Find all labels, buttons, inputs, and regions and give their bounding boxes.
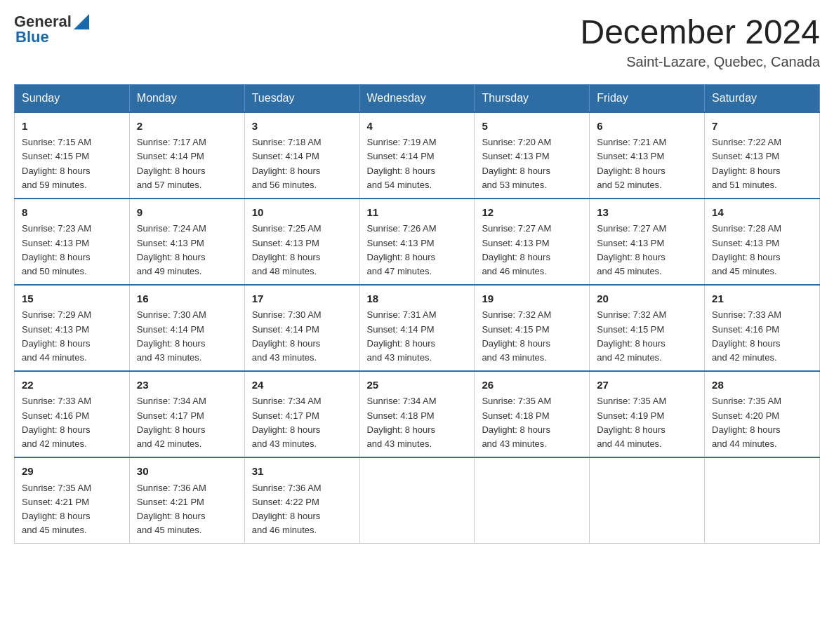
day-cell: 11 Sunrise: 7:26 AMSunset: 4:13 PMDaylig…	[359, 199, 475, 285]
day-number: 17	[252, 291, 352, 307]
day-cell: 16 Sunrise: 7:30 AMSunset: 4:14 PMDaylig…	[129, 285, 244, 371]
day-cell: 28 Sunrise: 7:35 AMSunset: 4:20 PMDaylig…	[705, 371, 820, 457]
header-sunday: Sunday	[15, 84, 130, 112]
day-cell: 30 Sunrise: 7:36 AMSunset: 4:21 PMDaylig…	[129, 457, 244, 544]
day-cell: 9 Sunrise: 7:24 AMSunset: 4:13 PMDayligh…	[129, 199, 244, 285]
header-monday: Monday	[129, 84, 244, 112]
day-info: Sunrise: 7:23 AMSunset: 4:13 PMDaylight:…	[22, 223, 91, 276]
day-info: Sunrise: 7:17 AMSunset: 4:14 PMDaylight:…	[137, 137, 206, 189]
day-cell: 2 Sunrise: 7:17 AMSunset: 4:14 PMDayligh…	[129, 112, 244, 199]
day-cell: 25 Sunrise: 7:34 AMSunset: 4:18 PMDaylig…	[359, 371, 475, 457]
day-cell	[359, 457, 475, 544]
day-number: 16	[137, 291, 237, 307]
day-number: 31	[252, 464, 352, 480]
day-cell	[590, 457, 705, 544]
day-cell	[475, 457, 590, 544]
week-row-3: 15 Sunrise: 7:29 AMSunset: 4:13 PMDaylig…	[15, 285, 820, 371]
day-cell: 22 Sunrise: 7:33 AMSunset: 4:16 PMDaylig…	[15, 371, 130, 457]
location: Saint-Lazare, Quebec, Canada	[580, 54, 820, 70]
month-title: December 2024	[580, 14, 820, 51]
day-info: Sunrise: 7:35 AMSunset: 4:19 PMDaylight:…	[597, 396, 666, 448]
calendar-header: Sunday Monday Tuesday Wednesday Thursday…	[15, 84, 820, 112]
day-cell: 24 Sunrise: 7:34 AMSunset: 4:17 PMDaylig…	[244, 371, 359, 457]
day-info: Sunrise: 7:22 AMSunset: 4:13 PMDaylight:…	[712, 137, 781, 189]
day-cell: 12 Sunrise: 7:27 AMSunset: 4:13 PMDaylig…	[475, 199, 590, 285]
day-number: 4	[367, 119, 468, 135]
day-info: Sunrise: 7:34 AMSunset: 4:17 PMDaylight:…	[137, 396, 206, 448]
day-info: Sunrise: 7:19 AMSunset: 4:14 PMDaylight:…	[367, 137, 437, 189]
logo-triangle-icon	[74, 14, 89, 29]
day-info: Sunrise: 7:21 AMSunset: 4:13 PMDaylight:…	[597, 137, 666, 189]
logo-line2: Blue	[14, 29, 89, 45]
day-info: Sunrise: 7:33 AMSunset: 4:16 PMDaylight:…	[712, 309, 781, 362]
day-cell	[705, 457, 820, 544]
day-cell: 20 Sunrise: 7:32 AMSunset: 4:15 PMDaylig…	[590, 285, 705, 371]
day-info: Sunrise: 7:31 AMSunset: 4:14 PMDaylight:…	[367, 309, 437, 362]
day-info: Sunrise: 7:35 AMSunset: 4:21 PMDaylight:…	[22, 483, 91, 535]
day-info: Sunrise: 7:27 AMSunset: 4:13 PMDaylight:…	[597, 223, 666, 276]
svg-marker-0	[74, 14, 89, 29]
week-row-4: 22 Sunrise: 7:33 AMSunset: 4:16 PMDaylig…	[15, 371, 820, 457]
day-number: 29	[22, 464, 122, 480]
day-cell: 6 Sunrise: 7:21 AMSunset: 4:13 PMDayligh…	[590, 112, 705, 199]
day-info: Sunrise: 7:24 AMSunset: 4:13 PMDaylight:…	[137, 223, 206, 276]
day-info: Sunrise: 7:32 AMSunset: 4:15 PMDaylight:…	[597, 309, 666, 362]
logo-blue-text: Blue	[15, 29, 49, 45]
calendar-body: 1 Sunrise: 7:15 AMSunset: 4:15 PMDayligh…	[15, 112, 820, 544]
day-info: Sunrise: 7:35 AMSunset: 4:20 PMDaylight:…	[712, 396, 781, 448]
day-cell: 26 Sunrise: 7:35 AMSunset: 4:18 PMDaylig…	[475, 371, 590, 457]
day-number: 8	[22, 205, 122, 221]
day-number: 25	[367, 377, 468, 394]
day-info: Sunrise: 7:30 AMSunset: 4:14 PMDaylight:…	[137, 309, 206, 362]
day-number: 7	[712, 119, 812, 135]
day-number: 15	[22, 291, 122, 307]
day-cell: 29 Sunrise: 7:35 AMSunset: 4:21 PMDaylig…	[15, 457, 130, 544]
day-number: 18	[367, 291, 468, 307]
day-number: 5	[482, 119, 582, 135]
day-info: Sunrise: 7:34 AMSunset: 4:18 PMDaylight:…	[367, 396, 437, 448]
weekday-header-row: Sunday Monday Tuesday Wednesday Thursday…	[15, 84, 820, 112]
day-info: Sunrise: 7:36 AMSunset: 4:22 PMDaylight:…	[252, 483, 322, 535]
logo-wrapper: General Blue	[14, 14, 89, 45]
day-number: 14	[712, 205, 812, 221]
header-friday: Friday	[590, 84, 705, 112]
day-number: 12	[482, 205, 582, 221]
day-cell: 13 Sunrise: 7:27 AMSunset: 4:13 PMDaylig…	[590, 199, 705, 285]
day-info: Sunrise: 7:29 AMSunset: 4:13 PMDaylight:…	[22, 309, 91, 362]
day-info: Sunrise: 7:15 AMSunset: 4:15 PMDaylight:…	[22, 137, 91, 189]
day-number: 19	[482, 291, 582, 307]
day-info: Sunrise: 7:32 AMSunset: 4:15 PMDaylight:…	[482, 309, 551, 362]
day-cell: 23 Sunrise: 7:34 AMSunset: 4:17 PMDaylig…	[129, 371, 244, 457]
day-number: 24	[252, 377, 352, 394]
day-number: 21	[712, 291, 812, 307]
header-saturday: Saturday	[705, 84, 820, 112]
day-info: Sunrise: 7:18 AMSunset: 4:14 PMDaylight:…	[252, 137, 322, 189]
day-info: Sunrise: 7:25 AMSunset: 4:13 PMDaylight:…	[252, 223, 322, 276]
week-row-2: 8 Sunrise: 7:23 AMSunset: 4:13 PMDayligh…	[15, 199, 820, 285]
day-number: 10	[252, 205, 352, 221]
day-info: Sunrise: 7:34 AMSunset: 4:17 PMDaylight:…	[252, 396, 322, 448]
day-cell: 27 Sunrise: 7:35 AMSunset: 4:19 PMDaylig…	[590, 371, 705, 457]
header-thursday: Thursday	[475, 84, 590, 112]
day-cell: 7 Sunrise: 7:22 AMSunset: 4:13 PMDayligh…	[705, 112, 820, 199]
day-cell: 1 Sunrise: 7:15 AMSunset: 4:15 PMDayligh…	[15, 112, 130, 199]
day-info: Sunrise: 7:20 AMSunset: 4:13 PMDaylight:…	[482, 137, 551, 189]
header-tuesday: Tuesday	[244, 84, 359, 112]
day-number: 28	[712, 377, 812, 394]
day-info: Sunrise: 7:27 AMSunset: 4:13 PMDaylight:…	[482, 223, 551, 276]
day-cell: 4 Sunrise: 7:19 AMSunset: 4:14 PMDayligh…	[359, 112, 475, 199]
day-number: 11	[367, 205, 468, 221]
day-number: 22	[22, 377, 122, 394]
day-info: Sunrise: 7:30 AMSunset: 4:14 PMDaylight:…	[252, 309, 322, 362]
day-cell: 14 Sunrise: 7:28 AMSunset: 4:13 PMDaylig…	[705, 199, 820, 285]
title-area: December 2024 Saint-Lazare, Quebec, Cana…	[580, 14, 820, 70]
page-container: General Blue December 2024 Saint-Lazare,…	[14, 14, 820, 544]
header-wednesday: Wednesday	[359, 84, 475, 112]
day-cell: 19 Sunrise: 7:32 AMSunset: 4:15 PMDaylig…	[475, 285, 590, 371]
day-cell: 8 Sunrise: 7:23 AMSunset: 4:13 PMDayligh…	[15, 199, 130, 285]
day-number: 30	[137, 464, 237, 480]
day-cell: 15 Sunrise: 7:29 AMSunset: 4:13 PMDaylig…	[15, 285, 130, 371]
logo-line1: General	[14, 14, 89, 29]
day-cell: 5 Sunrise: 7:20 AMSunset: 4:13 PMDayligh…	[475, 112, 590, 199]
week-row-1: 1 Sunrise: 7:15 AMSunset: 4:15 PMDayligh…	[15, 112, 820, 199]
